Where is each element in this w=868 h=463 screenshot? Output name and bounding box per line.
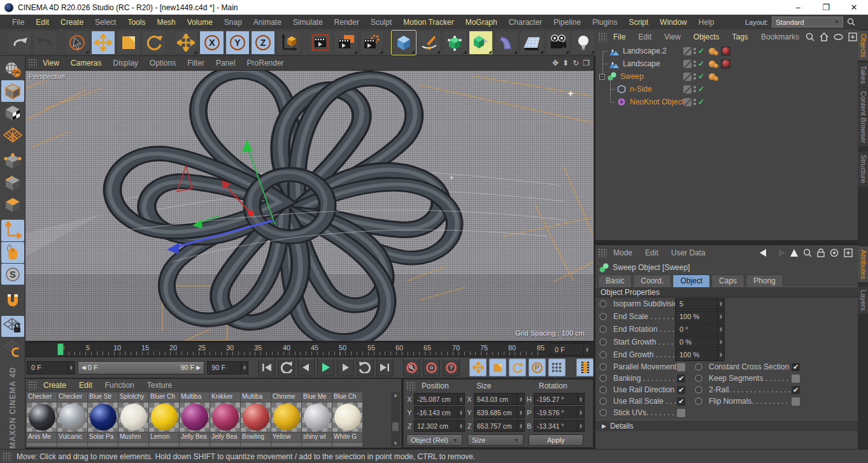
texture-mode[interactable] (1, 103, 24, 124)
enabled-check[interactable]: ✓ (698, 46, 704, 55)
am-menu-mode[interactable]: Mode (607, 248, 639, 257)
key-radio[interactable] (599, 374, 607, 382)
add-environment-button[interactable] (520, 31, 544, 55)
material-name[interactable]: Anis Me (27, 432, 57, 442)
layer-toggle[interactable] (683, 60, 692, 68)
key-radio[interactable] (695, 397, 702, 405)
size-x-field[interactable]: 543.03 cm▲▼ (474, 393, 525, 405)
material-name[interactable]: shiny wl (302, 432, 332, 442)
vp-menu-display[interactable]: Display (107, 59, 143, 68)
start-frame-field[interactable]: 0 F▲▼ (27, 361, 75, 374)
tab-objects[interactable]: Objects (858, 31, 868, 61)
scale-tool[interactable] (117, 31, 141, 55)
next-frame-button[interactable] (337, 359, 354, 376)
mat-menu-texture[interactable]: Texture (141, 381, 178, 390)
material-name[interactable]: Jelly Bea (180, 432, 210, 442)
end-growth-field[interactable]: 100 %▲▼ (675, 349, 725, 361)
material-name[interactable]: Multiba (180, 392, 210, 402)
use-rail-direction-checkbox[interactable]: ✔ (677, 386, 685, 394)
restore-button[interactable]: ❐ (812, 0, 840, 15)
viewport-solo-tool[interactable] (1, 242, 24, 263)
home-icon[interactable] (820, 32, 829, 41)
material-name[interactable]: Multiba (241, 392, 271, 402)
key-radio[interactable] (599, 338, 607, 346)
menu-sculpt[interactable]: Sculpt (365, 18, 397, 27)
layer-toggle[interactable] (683, 85, 692, 94)
rot-p-field[interactable]: -19.576 °▲▼ (534, 406, 585, 418)
object-row-landscape2[interactable]: Landscape.2 ✓ (595, 45, 858, 57)
layer-toggle[interactable] (683, 98, 692, 106)
material-name[interactable]: Checker (57, 392, 87, 402)
last-used-tool[interactable] (174, 31, 198, 55)
tab-phong[interactable]: Phong (746, 274, 783, 287)
menu-snap[interactable]: Snap (218, 18, 248, 27)
add-light-button[interactable] (571, 31, 595, 55)
panel-grip[interactable] (598, 248, 607, 257)
menu-render[interactable]: Render (329, 18, 365, 27)
menu-window[interactable]: Window (654, 18, 693, 27)
rotate-tool[interactable] (142, 31, 166, 55)
material-tag[interactable] (721, 59, 730, 69)
om-menu-edit[interactable]: Edit (632, 32, 658, 41)
mat-menu-edit[interactable]: Edit (73, 381, 99, 390)
om-menu-file[interactable]: File (607, 32, 632, 41)
tab-layers[interactable]: Layers (858, 287, 868, 314)
rot-h-field[interactable]: -195.27 °▲▼ (534, 393, 585, 405)
details-section[interactable]: ▶Details (595, 420, 858, 431)
workplane-lock-tool[interactable] (1, 316, 24, 337)
menu-character[interactable]: Character (503, 18, 548, 27)
tab-caps[interactable]: Caps (711, 274, 744, 287)
object-row-nside[interactable]: n-Side ✓ (595, 83, 858, 96)
current-frame-field[interactable]: 0 F▲▼ (550, 343, 591, 355)
om-menu-view[interactable]: View (658, 32, 687, 41)
panel-grip[interactable] (406, 381, 415, 390)
material-thumbnail[interactable] (27, 402, 57, 432)
visibility-dots[interactable] (694, 86, 696, 92)
size-z-field[interactable]: 653.757 cm▲▼ (474, 420, 525, 432)
menu-create[interactable]: Create (55, 18, 89, 27)
material-name[interactable]: Bluer Ch (149, 392, 179, 402)
goto-start-button[interactable] (258, 359, 275, 376)
tab-object[interactable]: Object (672, 274, 710, 287)
vp-menu-prorender[interactable]: ProRender (241, 59, 290, 68)
material-scrollbar[interactable]: ▲▼ (391, 392, 400, 446)
rotate-view-icon[interactable]: ↻ (573, 59, 579, 68)
goto-next-key-button[interactable] (357, 359, 374, 376)
tab-basic[interactable]: Basic (598, 274, 632, 287)
material-name[interactable]: Solar Pa (88, 432, 118, 442)
menu-volume[interactable]: Volume (181, 18, 218, 27)
key-rotation-toggle[interactable] (509, 359, 526, 376)
material-name[interactable]: Checker (27, 392, 57, 402)
vp-menu-panel[interactable]: Panel (210, 59, 241, 68)
maximize-view-icon[interactable]: ❒ (583, 59, 590, 68)
pos-z-field[interactable]: 12.302 cm▲▼ (414, 420, 465, 432)
material-thumbnail[interactable] (271, 402, 301, 432)
menu-pipeline[interactable]: Pipeline (548, 18, 587, 27)
two-rail-checkbox[interactable]: ✔ (792, 386, 800, 394)
coord-size-dropdown[interactable]: Size▼ (467, 434, 523, 446)
panel-grip[interactable] (28, 59, 37, 68)
close-button[interactable]: ✕ (840, 0, 868, 15)
enabled-check[interactable]: ✓ (698, 97, 704, 106)
isoparm-subdivision-field[interactable]: 5▲▼ (675, 298, 725, 310)
end-rotation-field[interactable]: 0 °▲▼ (675, 324, 725, 336)
pan-view-icon[interactable]: ✥ (552, 59, 559, 68)
key-radio[interactable] (599, 300, 607, 308)
enabled-check[interactable]: ✓ (698, 85, 704, 94)
back-arrow-icon[interactable] (760, 249, 770, 257)
key-radio[interactable] (695, 363, 702, 371)
current-frame-marker[interactable] (57, 343, 64, 355)
keep-segments-checkbox[interactable]: ✔ (792, 374, 800, 383)
add-panel-icon[interactable] (848, 32, 857, 41)
menu-script[interactable]: Script (623, 18, 654, 27)
coord-mode-dropdown[interactable]: Object (Rel)▼ (406, 434, 462, 446)
minimize-button[interactable]: – (784, 0, 812, 15)
convert-object-tool[interactable] (1, 59, 24, 80)
layer-toggle[interactable] (683, 73, 692, 81)
snap-s-tool[interactable]: S (1, 264, 24, 285)
workplane-mode[interactable] (1, 124, 24, 145)
render-view-button[interactable] (308, 31, 332, 55)
pos-y-field[interactable]: -16.143 cm▲▼ (414, 406, 465, 418)
viewport-3d[interactable]: Perspective Grid Spacing : 100 cm (25, 70, 594, 341)
key-radio[interactable] (599, 386, 607, 394)
